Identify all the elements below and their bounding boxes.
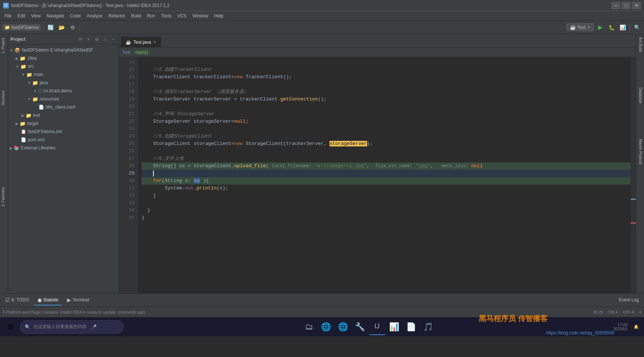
project-selector[interactable]: 📁 fastDFSdemo [2,24,41,31]
sync-button[interactable]: 🔄 [46,23,55,32]
event-log-label: Event Log [619,297,639,303]
intellij-icon: IJ [3,3,9,9]
ln-27: 27 [119,155,137,162]
tree-ext-libs-label: External Libraries [21,145,55,151]
tree-src[interactable]: ▼ 📁 src [8,62,119,70]
right-tab-ant[interactable]: Ant Build [636,34,644,55]
code-line-32: } [142,192,631,199]
bottom-tab-statistic[interactable]: ◉ Statistic [34,295,62,305]
ln-28: 28 [119,162,137,170]
package-icon: ⬡ [38,88,42,93]
settings-button[interactable]: ⚙ [68,23,77,32]
code-line-33 [142,199,631,207]
tree-test[interactable]: ▶ 📁 test [8,111,119,119]
bottom-tab-todo[interactable]: ☑ 6: TODO [2,295,32,305]
tab-favorites[interactable]: 2: Favorites [0,184,8,210]
run-config-chevron: ▼ [587,25,591,29]
menu-code[interactable]: Code [67,13,84,19]
bottom-tab-terminal[interactable]: ▶ Terminal [64,295,92,305]
tab-project[interactable]: 1: Project [0,34,8,57]
run-config-selector[interactable]: ☕ Test ▼ [567,23,594,31]
bottom-tab-todo-label: 6: TODO [11,297,29,303]
start-button[interactable]: ⊞ [2,319,19,335]
menu-help[interactable]: Help [211,13,226,19]
coverage-button[interactable]: 📊 [618,23,627,32]
tree-target[interactable]: ▶ 📁 target [8,119,119,128]
taskbar-app-browser1[interactable]: 🌐 [318,319,334,335]
tree-java[interactable]: ▼ 📁 java [8,79,119,87]
tree-package[interactable]: ▼ ⬡ cn.itcast.demo [8,87,119,95]
toolbar: 📁 fastDFSdemo 🔄 📂 ⚙ ☕ Test ▼ ▶ 🐛 📊 🔍 [0,21,644,34]
right-tab-maven[interactable]: Maven Projects [636,136,644,168]
menu-build[interactable]: Build [128,13,144,19]
maximize-button[interactable]: □ [622,2,631,9]
taskbar-app-explorer[interactable]: 🗂 [301,319,317,335]
debug-button[interactable]: 🐛 [607,23,616,32]
run-button[interactable]: ▶ [595,23,605,32]
ln-15: 15 [119,66,137,73]
search-everywhere-button[interactable]: 🔍 [632,23,642,32]
menu-navigate[interactable]: Navigate [44,13,67,19]
ebread-main[interactable]: main() [133,49,150,55]
project-header: Project ⟳ + ⚙ ↕ − [8,34,119,44]
menu-file[interactable]: File [1,13,14,19]
run-config-icon: ☕ [570,24,576,30]
tab-close-button[interactable]: ✕ [153,40,156,44]
code-content[interactable]: //2.创建TrackerClient TrackerClient tracke… [138,57,631,293]
status-message: ℹ Platform and Plugin Updates: IntelliJ … [3,310,145,314]
menu-vcs[interactable]: VCS [175,13,190,19]
taskbar-app-tools[interactable]: 🔧 [352,319,368,335]
project-sync-btn[interactable]: ⟳ [77,36,84,43]
search-bar[interactable]: 🔍 在这里输入你要搜索的内容 🎤 [20,320,124,334]
tree-pom[interactable]: 📄 pom.xml [8,136,119,144]
taskbar-app-browser2[interactable]: 🌐 [335,319,351,335]
tab-structure[interactable]: Structure [0,87,8,109]
project-expand-btn[interactable]: ↕ [101,36,109,43]
ln-35: 35 [119,214,137,222]
taskbar-app-excel[interactable]: 📊 [386,319,402,335]
ln-32: 32 [119,192,137,199]
update-icon: ℹ [3,310,4,314]
taskbar-app-misc[interactable]: 🎵 [420,319,436,335]
notifications-button[interactable]: 🔔 [631,321,642,333]
taskbar-time: 17:00 2023/6/1 [613,323,628,331]
close-button[interactable]: ✕ [632,2,641,9]
taskbar-app-intellij[interactable]: IJ [369,319,385,335]
scroll-indicator[interactable] [631,57,636,293]
tree-resources[interactable]: ▼ 📁 resources [8,95,119,103]
menu-window[interactable]: Window [189,13,211,19]
code-line-27: //6.文件上传 [142,155,631,162]
right-tab-database[interactable]: Database [636,85,644,106]
menu-tools[interactable]: Tools [158,13,175,19]
folder-icon: 📁 [26,113,31,118]
arrow-icon: ▶ [16,122,19,126]
tree-ext-libs[interactable]: ▶ 📚 External Libraries [8,144,119,152]
tree-test-label: test [33,113,40,118]
menu-run[interactable]: Run [144,13,158,19]
editor-tab-testjava[interactable]: ☕ Test.java ✕ [121,37,161,47]
arrow-icon: ▶ [10,146,13,150]
project-add-btn[interactable]: + [85,36,92,43]
menu-analyze[interactable]: Analyze [84,13,106,19]
tree-resources-label: resources [40,96,59,102]
code-editor[interactable]: 14 15 16 17 18 19 20 21 22 23 24 25 26 2… [119,57,636,293]
bottom-tab-event-log[interactable]: Event Log [616,295,642,305]
project-settings-btn[interactable]: ⚙ [93,36,100,43]
menu-view[interactable]: View [28,13,44,19]
project-minimize-btn[interactable]: − [109,36,117,43]
ln-34: 34 [119,207,137,214]
tree-config-file[interactable]: 📄 fdfs_client.conf [8,103,119,111]
ebread-test[interactable]: Test [122,50,130,55]
taskbar-app-pdf[interactable]: 📄 [403,319,419,335]
menu-refactor[interactable]: Refactor [106,13,128,19]
tree-iml[interactable]: 📋 fastDFSdemo.iml [8,128,119,136]
arrow-icon: ▼ [16,65,19,69]
menu-edit[interactable]: Edit [14,13,28,19]
folder-button[interactable]: 📂 [57,23,66,32]
code-line-23 [142,125,631,133]
tree-root[interactable]: ▼ 📦 fastDFSdemo E:\shanghai34\fastDF [8,46,119,54]
minimize-button[interactable]: ─ [611,2,620,9]
tree-main[interactable]: ▼ 📁 main [8,70,119,79]
right-sidebar: Ant Build Database Maven Projects [636,34,644,293]
tree-idea[interactable]: ▶ 📁 .idea [8,54,119,62]
